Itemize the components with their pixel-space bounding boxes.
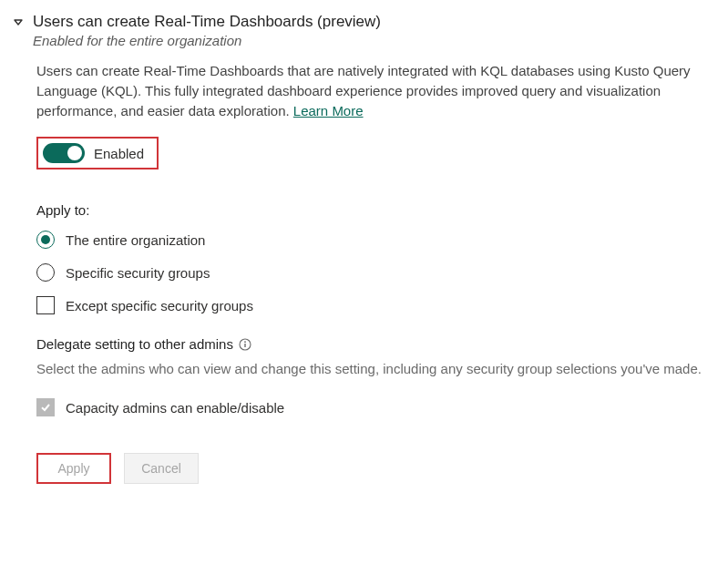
learn-more-link[interactable]: Learn More [293, 103, 364, 118]
description-text: Users can create Real-Time Dashboards th… [36, 63, 691, 118]
svg-rect-2 [244, 344, 245, 347]
collapse-icon[interactable] [13, 16, 24, 27]
apply-to-org-row[interactable]: The entire organization [36, 231, 710, 249]
capacity-admins-row: Capacity admins can enable/disable [36, 398, 710, 416]
toggle-knob [67, 146, 82, 160]
enabled-toggle-row: Enabled [36, 137, 159, 170]
radio-entire-organization-label: The entire organization [66, 232, 205, 248]
except-groups-row[interactable]: Except specific security groups [36, 296, 710, 314]
radio-entire-organization[interactable] [36, 231, 55, 249]
enabled-toggle[interactable] [43, 143, 85, 163]
radio-specific-groups[interactable] [36, 263, 55, 282]
delegate-title: Delegate setting to other admins [36, 336, 233, 352]
checkbox-capacity-admins-label: Capacity admins can enable/disable [66, 400, 284, 416]
button-row: Apply Cancel [36, 453, 710, 484]
setting-description: Users can create Real-Time Dashboards th… [36, 61, 710, 120]
apply-to-groups-row[interactable]: Specific security groups [36, 263, 710, 282]
cancel-button[interactable]: Cancel [124, 453, 199, 484]
svg-point-1 [244, 341, 246, 343]
setting-subtitle: Enabled for the entire organization [33, 33, 710, 48]
delegate-heading: Delegate setting to other admins [36, 336, 710, 352]
delegate-description: Select the admins who can view and chang… [36, 359, 702, 378]
info-icon[interactable] [239, 338, 251, 351]
radio-specific-groups-label: Specific security groups [66, 265, 210, 281]
apply-to-label: Apply to: [36, 202, 710, 218]
apply-button[interactable]: Apply [36, 453, 111, 484]
setting-title: Users can create Real-Time Dashboards (p… [33, 13, 710, 31]
checkbox-except-groups[interactable] [36, 296, 55, 314]
checkbox-capacity-admins [36, 398, 55, 416]
enabled-toggle-label: Enabled [94, 146, 144, 161]
checkbox-except-groups-label: Except specific security groups [66, 298, 253, 313]
